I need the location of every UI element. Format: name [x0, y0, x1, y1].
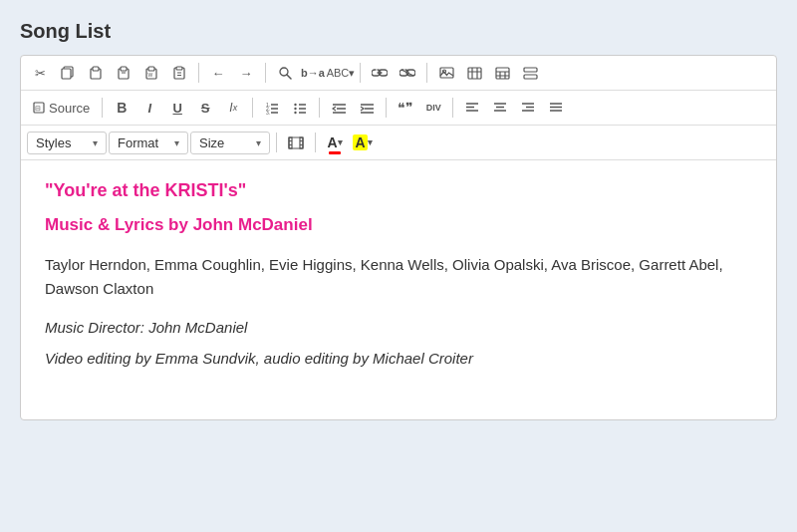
decrease-indent-button[interactable]	[326, 95, 352, 121]
unlink-button[interactable]	[395, 60, 420, 86]
undo-button[interactable]: ←	[205, 60, 231, 86]
source-label: Source	[49, 101, 90, 116]
toolbar-row-3: Styles ▾ Format ▾ Size ▾ A ▾ A ▾	[21, 126, 776, 160]
separator-11	[315, 133, 316, 152]
div-button[interactable]: DIV	[420, 95, 446, 121]
blockquote-button[interactable]: ❝❞	[393, 95, 418, 121]
separator-8	[386, 98, 387, 118]
svg-rect-23	[496, 68, 509, 79]
svg-text:⊟: ⊟	[35, 105, 41, 112]
size-chevron-icon: ▾	[256, 137, 261, 148]
justify-button[interactable]	[543, 95, 569, 121]
font-color-button[interactable]: A ▾	[322, 130, 348, 155]
paste-special-button[interactable]	[166, 60, 192, 86]
film-button[interactable]	[283, 130, 309, 155]
format-dropdown[interactable]: Format ▾	[109, 132, 188, 154]
svg-rect-64	[300, 137, 303, 148]
align-left-button[interactable]	[459, 95, 485, 121]
svg-rect-29	[524, 75, 537, 79]
separator-2	[265, 63, 266, 83]
styles-dropdown[interactable]: Styles ▾	[27, 132, 107, 154]
link-button[interactable]	[367, 60, 393, 86]
redo-button[interactable]: →	[233, 60, 259, 86]
separator-10	[276, 133, 277, 152]
editor-container: ✂ W ← → b→a ABC▾	[20, 55, 777, 420]
svg-rect-62	[289, 137, 303, 148]
styles-chevron-icon: ▾	[93, 137, 98, 148]
video-editing: Video editing by Emma Sundvik, audio edi…	[45, 350, 752, 367]
paste-button[interactable]	[83, 60, 109, 86]
svg-rect-63	[289, 137, 292, 148]
svg-rect-3	[93, 67, 99, 71]
align-center-button[interactable]	[487, 95, 513, 121]
svg-rect-5	[121, 67, 127, 71]
svg-rect-19	[468, 68, 481, 79]
svg-text:3.: 3.	[266, 109, 270, 115]
bg-color-button[interactable]: A ▾	[350, 130, 376, 155]
svg-point-42	[295, 107, 297, 109]
svg-rect-1	[62, 69, 71, 79]
separator-5	[102, 98, 103, 118]
increase-indent-button[interactable]	[354, 95, 380, 121]
svg-rect-8	[148, 67, 154, 71]
size-label: Size	[199, 135, 224, 150]
source-button[interactable]: ⊟ Source	[27, 99, 96, 118]
italic-button[interactable]: I	[136, 95, 162, 121]
separator-7	[319, 98, 320, 118]
bold-button[interactable]: B	[109, 95, 134, 121]
format-label: Format	[118, 135, 158, 150]
remove-format-button[interactable]: Ix	[220, 95, 246, 121]
svg-line-15	[287, 75, 291, 79]
size-dropdown[interactable]: Size ▾	[190, 132, 270, 154]
underline-button[interactable]: U	[164, 95, 190, 121]
credits-line: Music & Lyrics by John McDaniel	[45, 215, 752, 235]
image-button[interactable]	[433, 60, 459, 86]
svg-point-43	[295, 111, 297, 113]
table-special-button[interactable]	[461, 60, 487, 86]
toolbar-row-1: ✂ W ← → b→a ABC▾	[21, 56, 776, 91]
align-right-button[interactable]	[515, 95, 541, 121]
svg-text:W: W	[148, 72, 153, 78]
table-button[interactable]	[489, 60, 515, 86]
music-director: Music Director: John McDaniel	[45, 319, 752, 336]
separator-6	[252, 98, 253, 118]
cut-button[interactable]: ✂	[27, 60, 53, 86]
separator-4	[426, 63, 427, 83]
svg-rect-11	[176, 67, 182, 70]
replace-button[interactable]: b→a	[300, 60, 326, 86]
toolbar-row-2: ⊟ Source B I U S Ix 1.2.3. ❝❞ DIV	[21, 91, 776, 126]
format-chevron-icon: ▾	[174, 137, 179, 148]
svg-point-41	[295, 103, 297, 105]
paste-word-button[interactable]: W	[138, 60, 164, 86]
show-blocks-button[interactable]	[517, 60, 543, 86]
find-button[interactable]	[272, 60, 298, 86]
styles-label: Styles	[36, 135, 71, 150]
copy-button[interactable]	[55, 60, 81, 86]
song-title: "You're at the KRISTI's"	[45, 180, 752, 201]
ordered-list-button[interactable]: 1.2.3.	[259, 95, 285, 121]
svg-rect-28	[524, 68, 537, 72]
content-area[interactable]: "You're at the KRISTI's" Music & Lyrics …	[21, 160, 776, 419]
spellcheck-button[interactable]: ABC▾	[328, 60, 354, 86]
unordered-list-button[interactable]	[287, 95, 313, 121]
separator-3	[360, 63, 361, 83]
separator-9	[452, 98, 453, 118]
paste-text-button[interactable]	[111, 60, 136, 86]
strike-button[interactable]: S	[192, 95, 218, 121]
page-title: Song List	[20, 20, 777, 43]
separator-1	[198, 63, 199, 83]
performers: Taylor Herndon, Emma Coughlin, Evie Higg…	[45, 253, 752, 301]
